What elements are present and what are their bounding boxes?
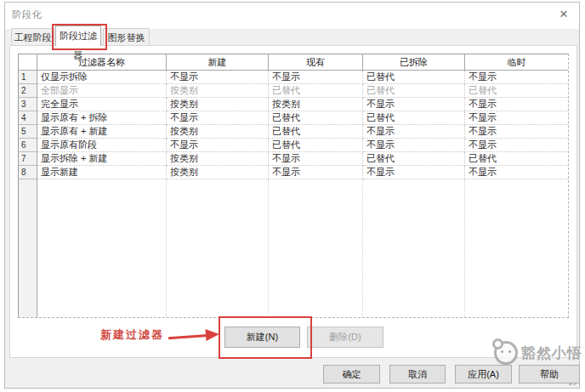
- dialog-title: 阶段化: [12, 9, 43, 21]
- table-cell[interactable]: 按类别: [167, 84, 269, 98]
- table-cell[interactable]: 已替代: [363, 152, 465, 166]
- table-cell[interactable]: 完全显示: [37, 98, 167, 111]
- table-cell[interactable]: 显示原有 + 新建: [37, 125, 167, 139]
- table-cell[interactable]: 不显示: [465, 71, 568, 84]
- header-demolished: 已拆除: [363, 54, 465, 71]
- table-cell[interactable]: 已替代: [465, 84, 568, 98]
- row-number-cell[interactable]: 8: [19, 166, 37, 179]
- table-cell[interactable]: 不显示: [167, 71, 269, 84]
- table-cell[interactable]: 按类别: [269, 98, 363, 111]
- table-cell[interactable]: 显示原有阶段: [37, 139, 167, 152]
- table-empty-area: [19, 179, 568, 317]
- close-icon[interactable]: ✕: [556, 7, 571, 22]
- row-number-cell[interactable]: 3: [19, 98, 37, 111]
- table-cell[interactable]: 按类别: [167, 166, 269, 179]
- table-cell[interactable]: 已替代: [269, 125, 363, 139]
- help-button[interactable]: 帮助: [519, 365, 580, 383]
- header-existing: 现有: [269, 54, 363, 71]
- empty-row-header-column: [19, 179, 37, 317]
- table-cell[interactable]: 不显示: [465, 166, 568, 179]
- table-cell[interactable]: 按类别: [167, 125, 269, 139]
- table-cell[interactable]: 不显示: [363, 125, 465, 139]
- table-header-row: 过滤器名称 新建 现有 已拆除 临时: [19, 54, 568, 71]
- table-cell[interactable]: 已替代: [363, 111, 465, 125]
- annotation-new-filter-label: 新建过滤器: [100, 327, 164, 343]
- row-number-cell[interactable]: 1: [19, 71, 37, 84]
- row-number-cell[interactable]: 4: [19, 111, 37, 125]
- phasing-dialog: 阶段化 ✕ 工程阶段 阶段过滤器 图形替换 过滤器名称 新建 现有 已拆除 临时…: [4, 2, 580, 389]
- table-cell[interactable]: 按类别: [167, 98, 269, 111]
- table-cell[interactable]: 仅显示拆除: [37, 71, 167, 84]
- table-cell[interactable]: 已替代: [269, 84, 363, 98]
- table-cell[interactable]: 不显示: [269, 166, 363, 179]
- row-number-cell[interactable]: 2: [19, 84, 37, 98]
- tab-project-phases[interactable]: 工程阶段: [11, 28, 54, 46]
- table-cell[interactable]: 显示原有 + 拆除: [37, 111, 167, 125]
- table-row[interactable]: 8显示新建按类别不显示不显示不显示: [19, 166, 568, 179]
- table-cell[interactable]: 已替代: [269, 111, 363, 125]
- table-cell[interactable]: 不显示: [465, 125, 568, 139]
- header-temporary: 临时: [465, 54, 568, 71]
- table-row[interactable]: 6显示原有阶段不显示已替代不显示不显示: [19, 139, 568, 152]
- header-filter-name: 过滤器名称: [37, 54, 167, 71]
- table-cell[interactable]: 不显示: [465, 111, 568, 125]
- table-row[interactable]: 5显示原有 + 新建按类别已替代不显示不显示: [19, 125, 568, 139]
- table-cell[interactable]: 显示新建: [37, 166, 167, 179]
- row-number-cell[interactable]: 7: [19, 152, 37, 166]
- apply-button[interactable]: 应用(A): [455, 365, 512, 383]
- ok-button[interactable]: 确定: [323, 365, 380, 383]
- table-cell[interactable]: 不显示: [269, 152, 363, 166]
- table-cell[interactable]: 不显示: [269, 71, 363, 84]
- tab-graphic-overrides[interactable]: 图形替换: [103, 28, 150, 46]
- row-number-cell[interactable]: 5: [19, 125, 37, 139]
- table-cell[interactable]: 不显示: [363, 166, 465, 179]
- table-row[interactable]: 3完全显示按类别按类别不显示不显示: [19, 98, 568, 111]
- table-cell[interactable]: 全部显示: [37, 84, 167, 98]
- table-row[interactable]: 4显示原有 + 拆除不显示已替代已替代不显示: [19, 111, 568, 125]
- cancel-button[interactable]: 取消: [389, 365, 446, 383]
- delete-button[interactable]: 删除(D): [307, 327, 383, 348]
- table-row[interactable]: 1仅显示拆除不显示不显示已替代不显示: [19, 71, 568, 84]
- table-cell[interactable]: 不显示: [465, 139, 568, 152]
- phase-filter-table: 过滤器名称 新建 现有 已拆除 临时 1仅显示拆除不显示不显示已替代不显示2全部…: [18, 54, 569, 318]
- table-cell[interactable]: 不显示: [167, 111, 269, 125]
- tab-phase-filters[interactable]: 阶段过滤器: [55, 26, 101, 46]
- table-cell[interactable]: 不显示: [363, 139, 465, 152]
- new-button[interactable]: 新建(N): [224, 327, 300, 348]
- row-number-cell[interactable]: 6: [19, 139, 37, 152]
- table-cell[interactable]: 已替代: [363, 84, 465, 98]
- header-corner-cell: [19, 54, 37, 71]
- watermark: 豁然小悟: [494, 341, 582, 365]
- table-cell[interactable]: 按类别: [167, 152, 269, 166]
- header-new: 新建: [167, 54, 269, 71]
- table-cell[interactable]: 不显示: [465, 98, 568, 111]
- table-cell[interactable]: 不显示: [363, 98, 465, 111]
- table-cell[interactable]: 已替代: [465, 152, 568, 166]
- table-row[interactable]: 7显示拆除 + 新建按类别不显示已替代已替代: [19, 152, 568, 166]
- watermark-face-icon: [494, 341, 518, 365]
- table-cell[interactable]: 已替代: [363, 71, 465, 84]
- table-cell[interactable]: 显示拆除 + 新建: [37, 152, 167, 166]
- table-cell[interactable]: 不显示: [167, 139, 269, 152]
- table-row[interactable]: 2全部显示按类别已替代已替代已替代: [19, 84, 568, 98]
- table-cell[interactable]: 已替代: [269, 139, 363, 152]
- watermark-text: 豁然小悟: [521, 344, 582, 363]
